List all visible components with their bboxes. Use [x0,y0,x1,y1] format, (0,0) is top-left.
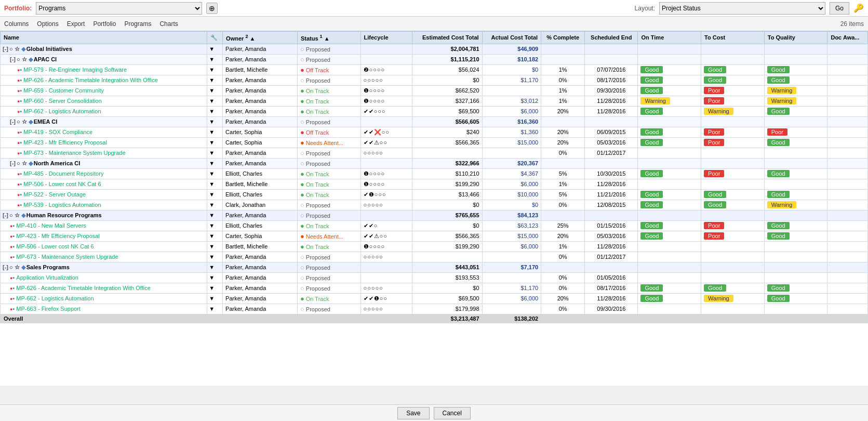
row-name[interactable]: MP-579 - Re-Engineer Imaging Software [23,67,127,73]
row-name[interactable]: MP-662 - Logistics Automation [23,108,101,114]
go-button[interactable]: Go [830,2,849,15]
menu-export[interactable]: Export [67,20,85,28]
row-dropdown[interactable]: ▼ [207,106,223,116]
doc-cell [827,262,868,272]
actual-cell: $10,000 [482,189,541,200]
toquality-cell: Warning [764,85,827,96]
menu-options[interactable]: Options [37,20,58,28]
row-dropdown[interactable]: ▼ [207,85,223,96]
expand-icon[interactable]: [-] [10,119,16,125]
row-dropdown[interactable]: ▼ [207,168,223,179]
expand-icon[interactable]: [-] [3,46,8,52]
row-name[interactable]: MP-673 - Maintenance System Upgrade [16,254,118,260]
row-dropdown[interactable]: ▼ [207,231,223,241]
row-dropdown[interactable]: ▼ [207,210,223,220]
group-icons: ○ ☆ ◆ [17,56,33,62]
row-name[interactable]: MP-673 - Maintenance System Upgrade [23,150,125,156]
row-dropdown[interactable]: ▼ [207,304,223,314]
owner-cell: Elliott, Charles [223,189,298,200]
row-name[interactable]: MP-423 - Mfr Efficiency Proposal [16,233,100,239]
row-name[interactable]: MP-522 - Server Outage [23,191,86,198]
ontime-cell [638,179,701,189]
row-name[interactable]: MP-506 - Lower cost NK Cat 6 [23,181,101,187]
row-name[interactable]: EMEA CI [34,119,57,125]
row-name[interactable]: MP-539 - Logistics Automation [23,202,101,208]
proj-icons: ●▪ [10,306,15,312]
row-dropdown[interactable]: ▼ [207,127,223,137]
actual-cell: $15,000 [482,137,541,148]
badge-poor: Poor [704,97,724,104]
row-name[interactable]: APAC CI [34,56,57,62]
row-dropdown[interactable]: ▼ [207,283,223,293]
row-dropdown[interactable]: ▼ [207,148,223,158]
row-name[interactable]: MP-485 - Document Repository [23,170,103,177]
status-text: Needs Attent... [306,140,343,146]
row-dropdown[interactable]: ▼ [207,137,223,148]
main-table-container[interactable]: Name 🔧 Owner 2 ▲ Status 1 ▲ Lifecycle Es… [0,31,868,386]
row-dropdown[interactable]: ▼ [207,158,223,168]
row-name[interactable]: MP-662 - Logistics Automation [16,295,94,301]
row-name[interactable]: Sales Programs [26,264,70,270]
row-name[interactable]: MP-410 - New Mail Servers [16,222,86,229]
toquality-cell: Good [764,137,827,148]
expand-icon[interactable]: [-] [3,264,8,270]
menu-portfolio[interactable]: Portfolio [93,20,116,28]
layout-select[interactable]: Project Status [659,2,825,15]
status-dot-green: ● [300,97,304,105]
row-dropdown[interactable]: ▼ [207,200,223,210]
status-cell: ● On Track [297,106,360,116]
actual-cell: $3,012 [482,96,541,106]
badge-good: Good [640,87,663,94]
row-name[interactable]: MP-423 - Mfr Efficiency Proposal [23,139,107,146]
status-dot-green: ● [300,295,304,302]
row-name[interactable]: MP-626 - Academic Timetable Integration … [16,285,150,291]
sched-cell [585,44,638,54]
row-name[interactable]: Application Virtualization [16,274,78,281]
row-dropdown[interactable]: ▼ [207,220,223,231]
row-dropdown[interactable]: ▼ [207,179,223,189]
row-dropdown[interactable]: ▼ [207,293,223,304]
row-dropdown[interactable]: ▼ [207,64,223,75]
row-dropdown[interactable]: ▼ [207,262,223,272]
status-text: Proposed [306,161,330,167]
row-name[interactable]: MP-663 - Firefox Support [16,306,81,312]
tocost-cell: Poor [701,137,765,148]
row-dropdown[interactable]: ▼ [207,189,223,200]
owner-cell: Elliott, Charles [223,220,298,231]
status-dot-empty: ○ [300,264,304,271]
row-name[interactable]: MP-659 - Customer Community [23,87,104,94]
add-button[interactable]: ⊕ [206,3,218,14]
menu-charts[interactable]: Charts [159,20,178,28]
row-dropdown[interactable]: ▼ [207,96,223,106]
row-name[interactable]: North America CI [34,160,80,166]
row-dropdown[interactable]: ▼ [207,44,223,54]
status-cell: ● On Track [297,220,360,231]
row-dropdown[interactable]: ▼ [207,252,223,262]
key-icon: 🔑 [853,3,864,13]
row-dropdown[interactable]: ▼ [207,75,223,85]
row-name[interactable]: Global Initiatives [26,46,72,52]
expand-icon[interactable]: [-] [10,160,16,166]
portfolio-select[interactable]: Programs [36,2,202,15]
owner-cell: Carter, Sophia [223,231,298,241]
row-name[interactable]: MP-626 - Academic Timetable Integration … [23,77,157,83]
name-cell: [-]○ ☆ ◆North America CI [1,158,207,168]
pct-cell: 20% [541,106,585,116]
menu-programs[interactable]: Programs [124,20,151,28]
expand-icon[interactable]: [-] [3,212,8,218]
row-name[interactable]: MP-419 - SOX Compliance [23,129,92,135]
row-dropdown[interactable]: ▼ [207,272,223,283]
row-name[interactable]: MP-506 - Lower cost NK Cat 6 [16,243,94,249]
menu-columns[interactable]: Columns [4,20,29,28]
proj-icons: ●▪ [10,274,15,281]
row-name[interactable]: MP-660 - Server Consolidation [23,98,101,104]
row-dropdown[interactable]: ▼ [207,116,223,127]
row-dropdown[interactable]: ▼ [207,54,223,64]
pct-cell: 5% [541,168,585,179]
proj-icons: ●▪ [17,108,22,114]
sched-cell: 08/17/2016 [585,75,638,85]
row-name[interactable]: Human Resource Programs [26,212,102,218]
row-dropdown[interactable]: ▼ [207,241,223,252]
badge-good: Good [767,295,790,302]
expand-icon[interactable]: [-] [10,56,16,62]
